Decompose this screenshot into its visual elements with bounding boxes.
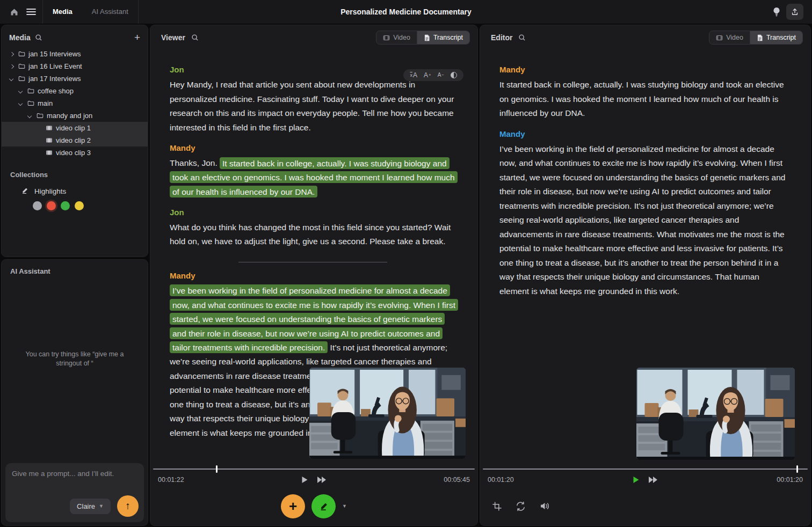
media-tree: jan 15 Interviewsjan 16 Live Eventjan 17… <box>2 48 148 159</box>
transcript-paragraph[interactable]: What do you think has changed the most i… <box>170 221 456 249</box>
search-icon[interactable] <box>191 34 199 41</box>
viewer-transcript-toggle[interactable]: Transcript <box>417 31 469 44</box>
speaker-labels-icon[interactable]: xA <box>410 72 417 78</box>
media-tree-item[interactable]: jan 16 Live Event <box>2 60 148 72</box>
media-tree-item[interactable]: jan 15 Interviews <box>2 48 148 60</box>
editor-video-toggle[interactable]: Video <box>709 31 750 44</box>
sidebar: Media + jan 15 Interviewsjan 16 Live Eve… <box>1 25 148 526</box>
speaker-label[interactable]: Mandy <box>170 143 456 152</box>
tree-item-label: jan 15 Interviews <box>28 50 81 58</box>
font-decrease-icon[interactable]: A− <box>438 72 444 78</box>
folder-icon <box>27 87 34 94</box>
add-to-timeline-button[interactable]: + <box>281 494 305 518</box>
editor-video-thumbnail[interactable] <box>636 368 795 460</box>
editor-controls: 00:01:20 00:01:20 <box>480 465 810 525</box>
replace-footage-icon[interactable] <box>515 501 526 511</box>
editor-title: Editor <box>491 33 512 42</box>
speaker-label[interactable]: Mandy <box>499 129 789 138</box>
speaker-label[interactable]: Mandy <box>499 65 789 74</box>
highlighter-icon <box>21 186 29 196</box>
media-tree-item[interactable]: video clip 3 <box>2 147 148 159</box>
collections-section: Collections Highlights <box>2 171 148 210</box>
film-icon <box>46 149 53 156</box>
highlight-color-dots <box>2 201 148 210</box>
highlight-selection-button[interactable] <box>311 494 336 518</box>
highlight-color-dot[interactable] <box>61 201 70 210</box>
highlight-options-caret[interactable]: ▼ <box>342 503 347 509</box>
chevron-right-icon[interactable] <box>8 63 15 70</box>
transcript-segment: MandyIt started back in college, actuall… <box>499 65 789 121</box>
highlight-color-dot[interactable] <box>33 201 42 210</box>
menu-icon[interactable] <box>26 8 36 16</box>
total-duration: 00:05:45 <box>444 476 470 484</box>
lightbulb-icon[interactable] <box>772 7 781 17</box>
ai-prompt-input[interactable] <box>12 470 137 494</box>
total-duration: 00:01:20 <box>777 476 803 484</box>
folder-icon <box>18 50 25 57</box>
search-icon[interactable] <box>35 34 42 41</box>
media-tree-item[interactable]: video clip 2 <box>2 134 148 147</box>
chevron-down-icon[interactable] <box>26 112 33 119</box>
add-media-button[interactable]: + <box>134 32 140 42</box>
volume-icon[interactable] <box>539 501 550 511</box>
folder-icon <box>27 100 34 107</box>
play-button[interactable] <box>301 476 308 484</box>
search-icon[interactable] <box>518 34 526 41</box>
scene-divider <box>238 262 387 262</box>
viewer-controls: 00:01:22 00:05:45 + ▼ <box>150 465 477 525</box>
tree-item-label: mandy and jon <box>47 112 92 120</box>
transcript-segment: JonWhat do you think has changed the mos… <box>170 208 456 249</box>
ai-panel-title: AI Assistant <box>2 260 148 283</box>
speaker-label[interactable]: Jon <box>170 208 456 217</box>
chevron-down-icon[interactable] <box>8 75 15 82</box>
chevron-down-icon[interactable] <box>17 87 24 94</box>
speaker-label[interactable]: Mandy <box>170 271 456 280</box>
media-tree-item[interactable]: mandy and jon <box>2 109 148 122</box>
tree-item-label: video clip 3 <box>56 149 91 157</box>
font-increase-icon[interactable]: A+ <box>424 72 431 78</box>
chevron-down-icon: ▼ <box>99 503 104 509</box>
tree-item-label: jan 16 Live Event <box>28 62 82 70</box>
tree-item-label: main <box>38 99 53 107</box>
tree-item-label: coffee shop <box>38 87 74 95</box>
fast-forward-button[interactable] <box>648 476 658 484</box>
highlight-color-dot[interactable] <box>47 201 56 210</box>
viewer-timeline[interactable] <box>153 465 475 473</box>
transcript-paragraph[interactable]: Hey Mandy, I read that article you sent … <box>170 78 456 135</box>
chevron-down-icon[interactable] <box>17 100 24 107</box>
collection-highlights[interactable]: Highlights <box>2 179 148 201</box>
transcript-paragraph[interactable]: Thanks, Jon. It started back in college,… <box>170 156 456 199</box>
media-tree-item[interactable]: coffee shop <box>2 85 148 97</box>
playhead[interactable] <box>216 465 218 473</box>
media-tree-item[interactable]: main <box>2 97 148 109</box>
fast-forward-button[interactable] <box>317 476 327 484</box>
model-selector-button[interactable]: Claire ▼ <box>70 499 111 514</box>
film-icon <box>383 34 390 41</box>
folder-icon <box>18 63 25 70</box>
media-tree-item[interactable]: video clip 1 <box>2 122 148 134</box>
crop-icon[interactable] <box>492 501 502 511</box>
contrast-icon[interactable] <box>451 72 457 78</box>
media-panel: Media + jan 15 Interviewsjan 16 Live Eve… <box>1 25 148 257</box>
chevron-right-icon[interactable] <box>8 50 15 57</box>
viewer-video-thumbnail[interactable] <box>309 368 466 459</box>
playhead[interactable] <box>796 465 798 473</box>
home-button[interactable] <box>10 8 19 17</box>
media-panel-title: Media <box>9 33 31 42</box>
viewer-panel: Viewer Video Transcript xA A+ A− <box>150 25 478 526</box>
viewer-video-toggle[interactable]: Video <box>376 31 417 44</box>
transcript-paragraph[interactable]: I’ve been working in the field of person… <box>499 142 788 299</box>
media-tree-item[interactable]: jan 17 Interviews <box>2 72 148 85</box>
transcript-paragraph[interactable]: It started back in college, actually. I … <box>499 78 788 121</box>
viewer-view-toggle: Video Transcript <box>376 31 470 45</box>
editor-timeline[interactable] <box>483 465 808 473</box>
tab-ai-assistant[interactable]: AI Assistant <box>82 0 138 24</box>
tree-item-label: jan 17 Interviews <box>28 75 81 83</box>
export-upload-button[interactable] <box>786 4 803 20</box>
send-prompt-button[interactable]: ↑ <box>117 495 139 517</box>
play-button[interactable] <box>633 476 640 484</box>
highlight-color-dot[interactable] <box>75 201 84 210</box>
editor-transcript-toggle[interactable]: Transcript <box>750 31 802 44</box>
film-icon <box>46 125 53 131</box>
tab-media[interactable]: Media <box>43 0 82 24</box>
